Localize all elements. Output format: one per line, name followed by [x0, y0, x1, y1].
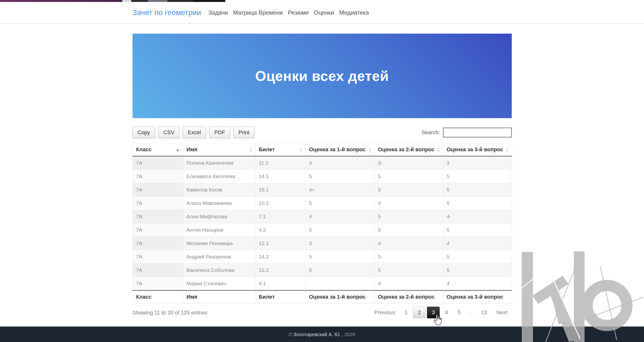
- author-link[interactable]: Золотаревский А. Ю.: [293, 332, 341, 337]
- nav-item[interactable]: Оценки: [314, 9, 334, 16]
- sort-asc-icon: ▲: [176, 148, 180, 152]
- table-cell: 4: [306, 210, 374, 223]
- sort-icons: ▲▼: [368, 147, 372, 152]
- table-cell: 4: [306, 156, 374, 170]
- footer-column-header[interactable]: Оценка за 2-й вопрос: [374, 290, 443, 304]
- table-cell: 4-: [443, 210, 512, 223]
- table-cell: Алиса Мавликаева: [183, 196, 255, 210]
- page-button-13[interactable]: 13: [477, 307, 491, 318]
- column-header[interactable]: Оценка за 2-й вопрос▲▼: [374, 143, 443, 156]
- table-cell: Полина Казначеева: [183, 156, 255, 170]
- table-cell: 15.1: [255, 183, 306, 196]
- table-cell: 3: [306, 237, 374, 250]
- table-cell: 4+: [306, 183, 374, 196]
- copyright-prefix: ©: [289, 332, 292, 337]
- sort-icons: ▲▼: [437, 147, 440, 152]
- table-cell: 5: [374, 223, 443, 237]
- column-header[interactable]: Класс▲: [132, 143, 183, 156]
- table-cell: 3: [443, 156, 512, 170]
- table-cell: 7А: [132, 223, 183, 237]
- strip-segment: [193, 0, 225, 2]
- search-box: Search:: [422, 128, 512, 138]
- table-cell: 5: [306, 250, 374, 264]
- footer-column-header[interactable]: Имя: [183, 290, 255, 304]
- table-head-row: Класс▲Имя▲▼Билет▲▼Оценка за 1-й вопрос▲▼…: [132, 143, 512, 156]
- table-cell: 3-: [374, 156, 443, 170]
- table-cell: 4.2: [255, 223, 306, 237]
- footer-column-header[interactable]: Оценка за 3-й вопрос: [443, 290, 512, 304]
- table-cell: 5: [443, 223, 512, 237]
- footer-column-header[interactable]: Оценка за 1-й вопрос: [306, 290, 374, 304]
- table-cell: 5: [443, 196, 512, 210]
- table-cell: 7А: [132, 210, 183, 223]
- page-button-5[interactable]: 5: [454, 307, 465, 318]
- page-button-next[interactable]: Next: [492, 307, 512, 318]
- table-cell: Мелания Пономарь: [183, 237, 255, 250]
- table-cell: 5: [306, 170, 374, 183]
- column-header-label: Оценка за 3-й вопрос: [447, 146, 504, 152]
- nav-item[interactable]: Резюме: [288, 9, 309, 16]
- table-row: 7АВасилиса Соболева12.2555: [132, 264, 512, 277]
- column-header[interactable]: Оценка за 3-й вопрос▲▼: [443, 143, 512, 156]
- export-button[interactable]: PDF: [209, 127, 230, 138]
- page-button-previous[interactable]: Previous: [370, 307, 400, 318]
- sort-down-icon: ▼: [437, 150, 440, 152]
- table-cell: 7А: [132, 250, 183, 264]
- copyright-suffix: , 2020: [342, 332, 355, 337]
- table-cell: 7.1: [255, 210, 306, 223]
- column-header[interactable]: Имя▲▼: [183, 143, 255, 156]
- table-cell: 7А: [132, 156, 183, 170]
- export-button[interactable]: Copy: [132, 127, 155, 138]
- table-row: 7АМария Стасевич4.144: [132, 277, 512, 290]
- nav-item[interactable]: Медиатека: [339, 9, 369, 16]
- table-cell: 5: [306, 223, 374, 237]
- table-cell: 4: [374, 277, 443, 290]
- table-info-row: Showing 11 to 20 of 125 entries Previous…: [132, 307, 512, 318]
- hero-banner: Оценки всех детей: [132, 34, 512, 118]
- search-input[interactable]: [443, 128, 512, 138]
- table-cell: 4: [443, 237, 512, 250]
- footer-column-header[interactable]: Билет: [255, 290, 306, 304]
- table-cell: 14.2: [255, 250, 306, 264]
- strip-segment: [131, 0, 148, 2]
- nav-links: ЗадачиМатрица ВремениРезюмеОценкиМедиате…: [208, 9, 369, 16]
- export-button[interactable]: CSV: [158, 127, 180, 138]
- export-button[interactable]: Print: [233, 127, 254, 138]
- table-cell: 7А: [132, 264, 183, 277]
- sort-icons: ▲▼: [506, 147, 509, 152]
- sort-icons: ▲▼: [250, 147, 252, 152]
- site-footer: © Золотаревский А. Ю. , 2020: [0, 326, 644, 342]
- page-title: Оценки всех детей: [255, 68, 389, 84]
- table-body: 7АПолина Казначеева11.243-37АЕлизавета К…: [132, 156, 512, 290]
- nav-item[interactable]: Задачи: [208, 9, 228, 16]
- table-cell: 5: [443, 170, 512, 183]
- table-cell: Мария Стасевич: [183, 277, 255, 290]
- column-header[interactable]: Билет▲▼: [255, 143, 306, 156]
- table-cell: 7А: [132, 237, 183, 250]
- table-row: 7ААлиса Мавликаева10.2545: [132, 196, 512, 210]
- footer-column-header[interactable]: Класс: [132, 290, 183, 304]
- table-cell: 5: [443, 183, 512, 196]
- column-header[interactable]: Оценка за 1-й вопрос▲▼: [306, 143, 374, 156]
- page-button-3[interactable]: 3: [427, 307, 440, 318]
- page-button-1[interactable]: 1: [401, 307, 412, 318]
- strip-segment: [122, 0, 131, 2]
- page-button-2[interactable]: 2: [413, 307, 426, 318]
- table-cell: 5: [374, 210, 443, 223]
- sort-down-icon: ▼: [300, 150, 302, 152]
- nav-item[interactable]: Матрица Времени: [233, 9, 283, 16]
- top-window-strip: [0, 0, 644, 2]
- export-button[interactable]: Excel: [183, 127, 206, 138]
- table-row: 7АМелания Пономарь12.1344: [132, 237, 512, 250]
- table-row: 7ААнтон Насыров4.2555: [132, 223, 512, 237]
- table-cell: 4.1: [255, 277, 306, 290]
- table-cell: Камилла Косяк: [183, 183, 255, 196]
- grades-table: Класс▲Имя▲▼Билет▲▼Оценка за 1-й вопрос▲▼…: [132, 143, 512, 304]
- table-row: 7ААндрей Разоренов14.255-5: [132, 250, 512, 264]
- table-cell: Василиса Соболева: [183, 264, 255, 277]
- export-buttons: CopyCSVExcelPDFPrint: [132, 127, 255, 138]
- table-cell: 4: [374, 196, 443, 210]
- brand-link[interactable]: Зачет по геометрии: [132, 8, 201, 17]
- table-cell: 5: [306, 196, 374, 210]
- table-cell: 12.2: [255, 264, 306, 277]
